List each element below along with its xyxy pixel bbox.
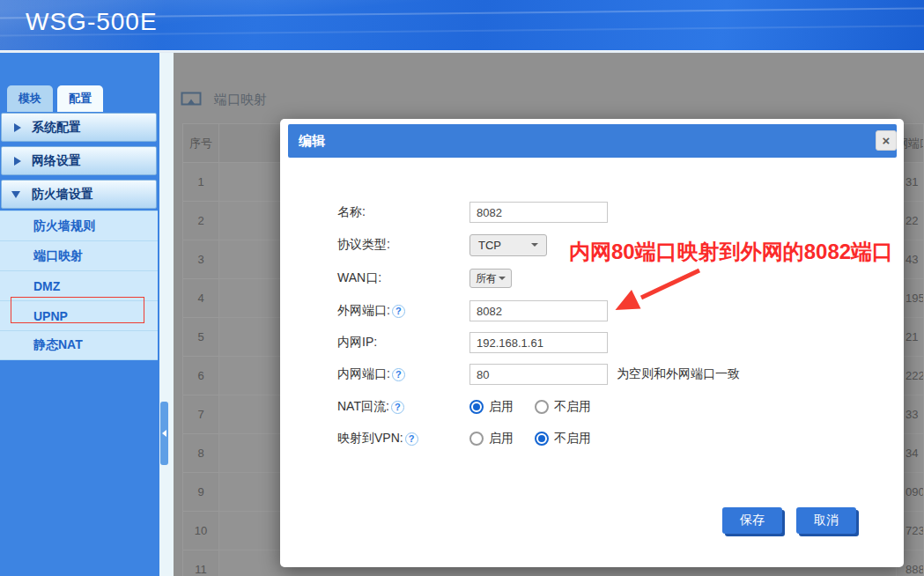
help-icon[interactable]: ? — [392, 368, 405, 381]
dialog-titlebar: 编辑 — [288, 124, 897, 158]
sidebar-item-port-mapping[interactable]: 端口映射 — [0, 240, 158, 270]
wan-label: WAN口: — [337, 270, 469, 286]
sidebar-item-label: 网络设置 — [32, 153, 81, 169]
sidebar-item-static-nat[interactable]: 静态NAT — [0, 330, 158, 360]
help-icon[interactable]: ? — [391, 401, 404, 414]
field-row-protocol: 协议类型: TCP — [337, 233, 547, 256]
top-banner: WSG-500E — [0, 0, 924, 50]
sidebar-item-system-config[interactable]: 系统配置 — [1, 113, 157, 142]
int-port-label-text: 内网端口: — [337, 366, 390, 382]
map-vpn-enable-radio[interactable] — [469, 432, 484, 446]
chevron-left-icon — [162, 430, 166, 437]
map-vpn-enable-label: 启用 — [489, 431, 514, 447]
field-row-int-port: 内网端口: ? 为空则和外网端口一致 — [337, 363, 740, 386]
int-port-input[interactable] — [469, 364, 608, 385]
help-icon[interactable]: ? — [405, 432, 418, 446]
annotation-arrow-icon — [608, 263, 705, 318]
map-vpn-disable-radio[interactable] — [535, 432, 549, 446]
wan-select-value: 所有 — [476, 271, 497, 286]
sidebar-item-firewall-rules[interactable]: 防火墙规则 — [0, 210, 158, 240]
ext-port-input[interactable] — [469, 300, 608, 321]
radio-dot — [473, 403, 480, 410]
wan-select[interactable]: 所有 — [469, 269, 512, 288]
chevron-down-icon — [499, 277, 506, 280]
sidebar-collapse-handle[interactable] — [160, 402, 168, 465]
sidebar-item-dmz[interactable]: DMZ — [0, 270, 158, 300]
int-port-label: 内网端口: ? — [337, 366, 469, 382]
protocol-label: 协议类型: — [337, 237, 469, 253]
help-icon[interactable]: ? — [392, 305, 405, 318]
tab-config[interactable]: 配置 — [57, 85, 103, 112]
save-button[interactable]: 保存 — [722, 507, 782, 534]
field-row-name: 名称: — [337, 201, 608, 224]
sidebar-tabs: 模块 配置 — [7, 85, 103, 112]
int-ip-input[interactable] — [469, 332, 608, 353]
firewall-submenu: 防火墙规则 端口映射 DMZ UPNP 静态NAT — [0, 210, 158, 360]
protocol-select-value: TCP — [478, 239, 501, 252]
chevron-right-icon — [14, 157, 21, 166]
app-title: WSG-500E — [26, 8, 158, 36]
close-icon[interactable]: × — [876, 130, 897, 151]
ext-port-label: 外网端口: ? — [337, 303, 469, 319]
nat-loopback-label-text: NAT回流: — [337, 399, 389, 415]
nat-loopback-enable-label: 启用 — [489, 399, 514, 415]
field-row-int-ip: 内网IP: — [337, 331, 608, 354]
name-input[interactable] — [469, 202, 608, 223]
field-row-map-vpn: 映射到VPN: ? 启用 不启用 — [337, 427, 591, 450]
cancel-button[interactable]: 取消 — [796, 507, 856, 534]
protocol-select[interactable]: TCP — [469, 234, 547, 256]
chevron-down-icon — [531, 243, 538, 247]
field-row-ext-port: 外网端口: ? — [337, 299, 608, 322]
ext-port-label-text: 外网端口: — [337, 303, 390, 319]
edit-dialog: 编辑 × 名称: 协议类型: TCP WAN口: 所有 外网端口: ? — [280, 119, 904, 567]
sidebar-item-network-settings[interactable]: 网络设置 — [1, 146, 157, 175]
sidebar-item-label: 防火墙设置 — [32, 187, 93, 203]
app-window: WSG-500E 模块 配置 系统配置 网络设置 防火墙设置 防火墙规则 端口映… — [0, 0, 924, 576]
chevron-right-icon — [14, 123, 21, 132]
field-row-nat-loopback: NAT回流: ? 启用 不启用 — [337, 395, 591, 418]
map-vpn-label: 映射到VPN: ? — [337, 431, 469, 447]
tab-modules[interactable]: 模块 — [7, 85, 53, 112]
int-ip-label: 内网IP: — [337, 335, 469, 351]
nat-loopback-label: NAT回流: ? — [337, 399, 469, 415]
nat-loopback-disable-radio[interactable] — [535, 400, 549, 414]
field-row-wan: WAN口: 所有 — [337, 267, 512, 290]
sidebar-gutter — [159, 53, 174, 576]
name-label: 名称: — [337, 204, 469, 220]
sidebar-item-label: 系统配置 — [32, 120, 81, 136]
sidebar-item-upnp[interactable]: UPNP — [0, 300, 158, 330]
nat-loopback-enable-radio[interactable] — [469, 400, 484, 414]
int-port-hint: 为空则和外网端口一致 — [617, 366, 740, 382]
annotation-text: 内网80端口映射到外网的8082端口 — [569, 238, 893, 266]
map-vpn-disable-label: 不启用 — [554, 431, 591, 447]
sidebar: 模块 配置 系统配置 网络设置 防火墙设置 防火墙规则 端口映射 DMZ UPN… — [0, 53, 159, 576]
dialog-title: 编辑 — [299, 133, 325, 150]
map-vpn-label-text: 映射到VPN: — [337, 431, 403, 447]
sidebar-item-firewall-settings[interactable]: 防火墙设置 — [1, 180, 157, 209]
nat-loopback-disable-label: 不启用 — [554, 399, 591, 415]
radio-dot — [538, 435, 545, 442]
sidebar-menu: 系统配置 网络设置 防火墙设置 防火墙规则 端口映射 DMZ UPNP 静态NA… — [0, 113, 158, 360]
chevron-down-icon — [11, 191, 20, 198]
